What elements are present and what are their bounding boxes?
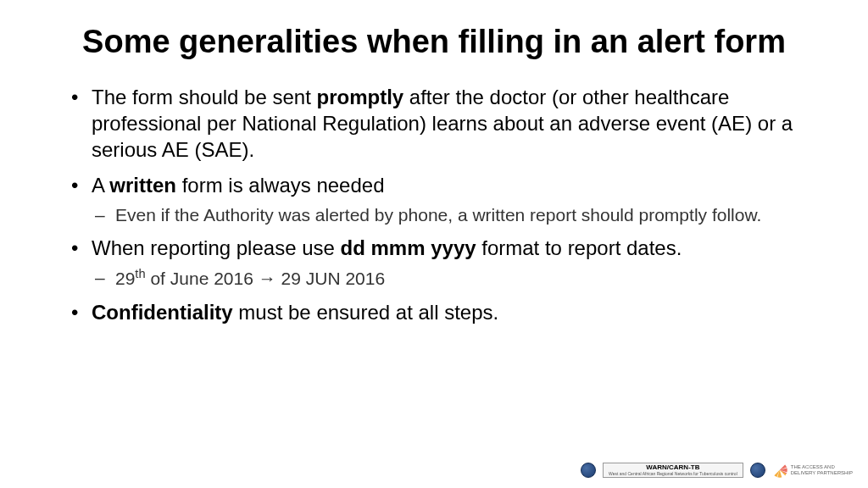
burst-icon <box>772 463 787 478</box>
text-bold: written <box>109 174 176 197</box>
text: of June 2016 <box>146 269 259 288</box>
sub-bullet-item: 29th of June 2016 → 29 JUN 2016 <box>92 266 826 290</box>
footer-logos: WARN/CARN-TB West and Central African Re… <box>581 463 853 478</box>
text: When reporting please use <box>92 236 341 259</box>
text-bold: dd mmm yyyy <box>341 236 476 259</box>
logo-circle-icon <box>750 463 765 478</box>
slide-container: Some generalities when filling in an ale… <box>0 0 868 488</box>
logo-subtitle: West and Central African Regional Networ… <box>609 472 737 477</box>
text-bold: promptly <box>316 86 403 108</box>
adp-logo: THE ACCESS AND DELIVERY PARTNERSHIP <box>772 463 853 478</box>
text: form is always needed <box>176 174 384 197</box>
text: The form should be sent <box>92 86 316 108</box>
logo-text: THE ACCESS AND DELIVERY PARTNERSHIP <box>791 464 853 475</box>
text: 29 JUN 2016 <box>276 269 385 288</box>
bullet-item: When reporting please use dd mmm yyyy fo… <box>68 235 826 290</box>
arrow-icon: → <box>259 269 276 288</box>
text: 29 <box>115 269 135 288</box>
bullet-item: A written form is always needed Even if … <box>68 172 826 226</box>
text-superscript: th <box>135 267 145 280</box>
sub-bullet-list: 29th of June 2016 → 29 JUN 2016 <box>92 266 826 290</box>
text-line: DELIVERY PARTNERSHIP <box>791 470 853 476</box>
sub-bullet-list: Even if the Authority was alerted by pho… <box>92 203 826 226</box>
slide-content: The form should be sent promptly after t… <box>42 84 826 325</box>
sub-bullet-item: Even if the Authority was alerted by pho… <box>92 203 826 226</box>
logo-circle-icon <box>581 463 596 478</box>
bullet-list: The form should be sent promptly after t… <box>68 84 826 325</box>
text: must be ensured at all steps. <box>233 301 499 324</box>
warn-carn-logo: WARN/CARN-TB West and Central African Re… <box>603 463 743 478</box>
bullet-item: Confidentiality must be ensured at all s… <box>68 299 826 325</box>
text: A <box>92 174 109 197</box>
text-line: THE ACCESS AND <box>791 464 853 470</box>
bullet-item: The form should be sent promptly after t… <box>68 84 826 164</box>
text: format to report dates. <box>476 236 682 259</box>
text-bold: Confidentiality <box>92 301 233 324</box>
slide-title: Some generalities when filling in an ale… <box>42 24 826 60</box>
